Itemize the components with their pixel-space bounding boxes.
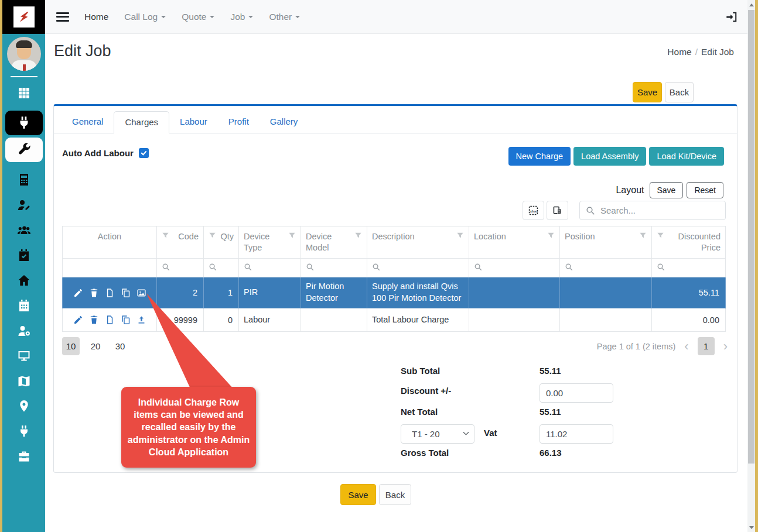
pencil-icon[interactable] xyxy=(73,288,83,298)
search-input[interactable] xyxy=(600,205,719,215)
page-number-button[interactable]: 1 xyxy=(698,337,715,355)
pencil-icon[interactable] xyxy=(73,315,83,325)
scroll-down-icon[interactable] xyxy=(747,523,755,532)
filter-funnel-icon[interactable] xyxy=(639,232,647,241)
filter-cell-device-model[interactable] xyxy=(301,259,367,277)
tab-general[interactable]: General xyxy=(62,111,114,133)
page-size-20[interactable]: 20 xyxy=(87,337,104,355)
filter-funnel-icon[interactable] xyxy=(456,232,464,241)
column-header-device-model[interactable]: Device Model xyxy=(301,226,367,259)
grid-toolbar: xlsx xyxy=(523,201,568,220)
filter-cell-location[interactable] xyxy=(469,259,560,277)
column-header-description[interactable]: Description xyxy=(367,226,469,259)
hamburger-icon[interactable] xyxy=(56,12,69,22)
cell-location xyxy=(469,277,560,308)
back-button-bottom[interactable]: Back xyxy=(379,484,411,505)
sidebar-item-map[interactable] xyxy=(16,373,32,389)
sidebar-item-desktop[interactable] xyxy=(16,348,32,363)
column-header-device-type[interactable]: Device Type xyxy=(239,226,301,259)
file-icon[interactable] xyxy=(105,315,115,325)
search-icon xyxy=(306,263,315,272)
discount-input[interactable] xyxy=(540,383,613,403)
nav-item-call-log[interactable]: Call Log xyxy=(124,12,166,22)
copy-icon[interactable] xyxy=(121,315,131,325)
page-size-30[interactable]: 30 xyxy=(111,337,129,355)
sidebar-item-user-edit[interactable] xyxy=(16,197,32,212)
next-page-icon[interactable]: › xyxy=(722,340,729,353)
file-icon[interactable] xyxy=(105,288,115,298)
tab-profit[interactable]: Profit xyxy=(218,111,260,133)
nav-item-job[interactable]: Job xyxy=(230,12,253,22)
tab-labour[interactable]: Labour xyxy=(169,111,218,133)
filter-cell-description[interactable] xyxy=(367,259,469,277)
page-size-10[interactable]: 10 xyxy=(62,337,80,355)
back-button-top[interactable]: Back xyxy=(665,82,694,102)
save-button-top[interactable]: Save xyxy=(633,82,662,102)
filter-funnel-icon[interactable] xyxy=(657,232,664,241)
sidebar-item-users[interactable] xyxy=(16,222,32,238)
sign-out-icon[interactable] xyxy=(725,11,738,23)
sidebar-item-plug[interactable] xyxy=(5,111,43,135)
tab-gallery[interactable]: Gallery xyxy=(260,111,309,133)
column-header-position[interactable]: Position xyxy=(560,226,652,259)
upload-icon[interactable] xyxy=(136,315,146,325)
trash-icon[interactable] xyxy=(89,315,99,325)
filter-funnel-icon[interactable] xyxy=(162,232,169,241)
page-size-group: 10 20 30 xyxy=(62,337,129,355)
sidebar-item-calendar-check[interactable] xyxy=(16,248,32,263)
filter-cell-device-type[interactable] xyxy=(239,259,301,277)
auto-add-labour-checkbox[interactable] xyxy=(139,148,149,158)
avatar[interactable] xyxy=(7,37,41,71)
column-header-location[interactable]: Location xyxy=(469,226,560,259)
vat-rate-select[interactable]: T1 - 20 xyxy=(401,424,474,444)
filter-funnel-icon[interactable] xyxy=(354,232,362,241)
load-kit-device-button[interactable]: Load Kit/Device xyxy=(649,147,724,166)
nav-item-other[interactable]: Other xyxy=(269,12,300,22)
excel-export-icon[interactable]: xlsx xyxy=(523,201,544,220)
filter-cell-code[interactable] xyxy=(157,259,204,277)
nav-item-home[interactable]: Home xyxy=(84,12,108,22)
save-button-bottom[interactable]: Save xyxy=(340,484,376,505)
app-logo[interactable] xyxy=(2,0,45,34)
sidebar-item-user-gear[interactable] xyxy=(16,323,32,338)
layout-save-button[interactable]: Save xyxy=(650,182,684,198)
table-row[interactable]: 99999 0 Labour Total Labour Charge 0.00 xyxy=(63,308,726,332)
sidebar-item-map-pin[interactable] xyxy=(16,399,32,414)
column-header-code[interactable]: Code xyxy=(157,226,204,259)
window-edge-left xyxy=(0,0,2,532)
sidebar-item-home[interactable] xyxy=(16,273,32,288)
vat-input[interactable] xyxy=(540,424,613,444)
column-header-qty[interactable]: Qty xyxy=(204,226,239,259)
sidebar-item-grid[interactable] xyxy=(16,85,32,101)
tab-charges[interactable]: Charges xyxy=(114,111,169,133)
scroll-up-icon[interactable] xyxy=(747,0,755,9)
image-icon[interactable] xyxy=(136,288,146,298)
charges-grid: Action Code Qty Device Type Device Model… xyxy=(62,226,726,332)
load-assembly-button[interactable]: Load Assembly xyxy=(573,147,646,166)
sidebar-item-wrench-active[interactable] xyxy=(5,138,43,162)
vertical-scrollbar[interactable] xyxy=(747,0,755,532)
new-charge-button[interactable]: New Charge xyxy=(508,147,571,166)
prev-page-icon[interactable]: ‹ xyxy=(683,340,689,353)
column-header-discounted-price[interactable]: Discounted Price xyxy=(652,226,726,259)
column-chooser-icon[interactable] xyxy=(547,201,568,220)
sidebar-item-plug-2[interactable] xyxy=(16,424,32,439)
sidebar-item-calendar[interactable] xyxy=(16,298,32,313)
filter-cell-position[interactable] xyxy=(560,259,652,277)
table-row-selected[interactable]: 2 1 PIR Pir Motion Detector Supply and i… xyxy=(63,277,726,308)
filter-funnel-icon[interactable] xyxy=(547,232,555,241)
sidebar-item-calculator[interactable] xyxy=(16,172,32,187)
filter-cell-discounted-price[interactable] xyxy=(652,259,726,277)
breadcrumb-home[interactable]: Home xyxy=(667,47,691,57)
column-header-action[interactable]: Action xyxy=(63,226,157,259)
filter-cell-qty[interactable] xyxy=(204,259,239,277)
copy-icon[interactable] xyxy=(121,288,131,298)
filter-funnel-icon[interactable] xyxy=(209,232,216,241)
trash-icon[interactable] xyxy=(89,288,99,298)
sidebar-item-toolbox[interactable] xyxy=(16,449,32,464)
scrollbar-thumb[interactable] xyxy=(748,10,754,464)
nav-item-quote[interactable]: Quote xyxy=(182,12,214,22)
cell-qty: 1 xyxy=(204,277,239,308)
filter-funnel-icon[interactable] xyxy=(288,232,296,241)
layout-reset-button[interactable]: Reset xyxy=(687,182,723,198)
